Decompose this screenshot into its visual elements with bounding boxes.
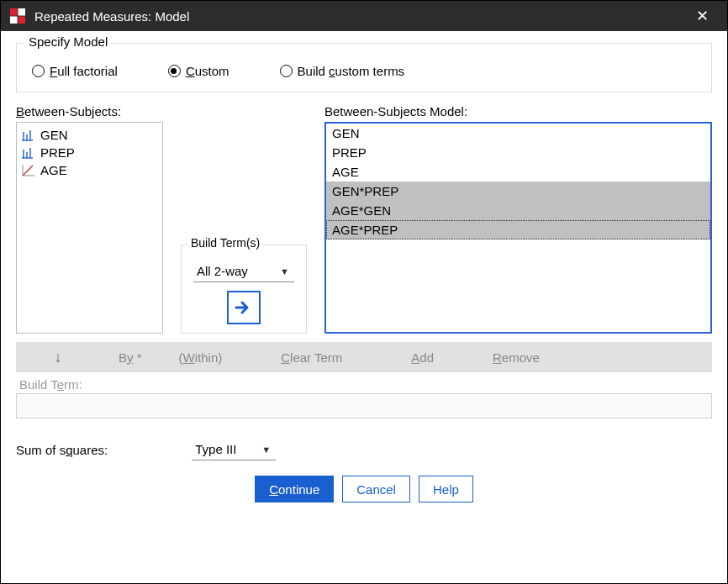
scale-icon: [22, 165, 35, 176]
build-term-input: [16, 393, 712, 418]
continue-button[interactable]: Continue: [255, 476, 334, 502]
list-item[interactable]: PREP: [22, 144, 157, 161]
build-terms-col: Build Term(s) All 2-way ▼: [177, 104, 311, 334]
radio-build-custom[interactable]: Build custom terms: [280, 64, 405, 78]
window-title: Repeated Measures: Model: [34, 9, 685, 24]
specify-model-options: Full factorial Custom Build custom terms: [32, 64, 696, 78]
close-icon[interactable]: ✕: [685, 7, 719, 25]
list-item-label: AGE: [40, 163, 67, 177]
sum-of-squares-row: Sum of squares: Type III ▼: [16, 439, 712, 460]
list-item[interactable]: AGE: [22, 161, 157, 179]
svg-rect-1: [10, 8, 18, 16]
help-button[interactable]: Help: [419, 476, 473, 502]
arrow-right-icon: [235, 300, 253, 315]
svg-rect-2: [18, 16, 25, 24]
sum-of-squares-label: Sum of squares:: [16, 443, 108, 457]
interaction-type-value: All 2-way: [197, 264, 248, 278]
add-term-button[interactable]: [227, 291, 261, 324]
radio-build-custom-label: ustom terms: [335, 64, 405, 78]
build-terms-title: Build Term(s): [188, 236, 262, 250]
radio-icon: [280, 65, 293, 77]
titlebar: Repeated Measures: Model ✕: [1, 1, 727, 31]
remove-button: Remove: [493, 350, 540, 365]
radio-icon: [32, 65, 45, 77]
build-term-label: Build Term:: [19, 377, 712, 392]
radio-custom[interactable]: Custom: [168, 64, 229, 78]
model-item[interactable]: GEN*PREP: [326, 182, 710, 201]
chevron-down-icon: ▼: [280, 266, 289, 276]
by-button: By *: [119, 350, 142, 365]
model-col: Between-Subjects Model: GENPREPAGEGEN*PR…: [324, 104, 712, 334]
term-action-bar: ↓ By * (Within) Clear Term Add Remove: [16, 342, 712, 372]
between-subjects-model-label: Between-Subjects Model:: [324, 104, 712, 118]
svg-line-13: [23, 166, 33, 176]
model-item[interactable]: AGE*PREP: [326, 220, 710, 239]
cancel-button[interactable]: Cancel: [342, 476, 410, 502]
between-subjects-list[interactable]: GENPREPAGE: [16, 122, 163, 334]
radio-icon: [168, 65, 181, 77]
specify-model-group: Specify Model Full factorial Custom Buil…: [16, 43, 712, 92]
radio-custom-label: ustom: [195, 64, 229, 78]
sum-of-squares-combo[interactable]: Type III ▼: [192, 439, 276, 460]
between-subjects-col: Between-Subjects: GENPREPAGE: [16, 104, 163, 334]
chevron-down-icon: ▼: [261, 445, 271, 455]
sum-of-squares-value: Type III: [195, 442, 236, 456]
radio-full-factorial[interactable]: Full factorial: [32, 64, 118, 78]
within-button: (Within): [179, 350, 223, 365]
app-icon: [9, 8, 26, 24]
nominal-icon: [22, 129, 35, 141]
between-subjects-model-list[interactable]: GENPREPAGEGEN*PREPAGE*GENAGE*PREP: [324, 122, 712, 334]
between-subjects-label: Between-Subjects:: [16, 104, 163, 118]
model-item[interactable]: GEN: [326, 124, 710, 143]
dialog-content: Specify Model Full factorial Custom Buil…: [1, 31, 727, 583]
radio-full-factorial-label: ull factorial: [57, 64, 118, 78]
build-terms-group: Build Term(s) All 2-way ▼: [181, 245, 307, 334]
specify-model-title: Specify Model: [25, 34, 111, 49]
list-item-label: PREP: [40, 145, 75, 160]
main-panel: Between-Subjects: GENPREPAGE Build Term(…: [16, 104, 712, 334]
list-item[interactable]: GEN: [22, 126, 157, 144]
interaction-type-combo[interactable]: All 2-way ▼: [193, 260, 294, 282]
model-item[interactable]: AGE*GEN: [326, 201, 710, 220]
dialog-window: Repeated Measures: Model ✕ Specify Model…: [0, 0, 728, 584]
model-item[interactable]: AGE: [326, 162, 710, 182]
nominal-icon: [22, 147, 35, 159]
arrow-down-icon: ↓: [55, 349, 62, 366]
model-item[interactable]: PREP: [326, 143, 710, 162]
add-button: Add: [411, 350, 434, 365]
list-item-label: GEN: [40, 128, 68, 142]
clear-term-button: Clear Term: [281, 350, 342, 365]
dialog-buttons: Continue Cancel Help: [16, 476, 712, 502]
